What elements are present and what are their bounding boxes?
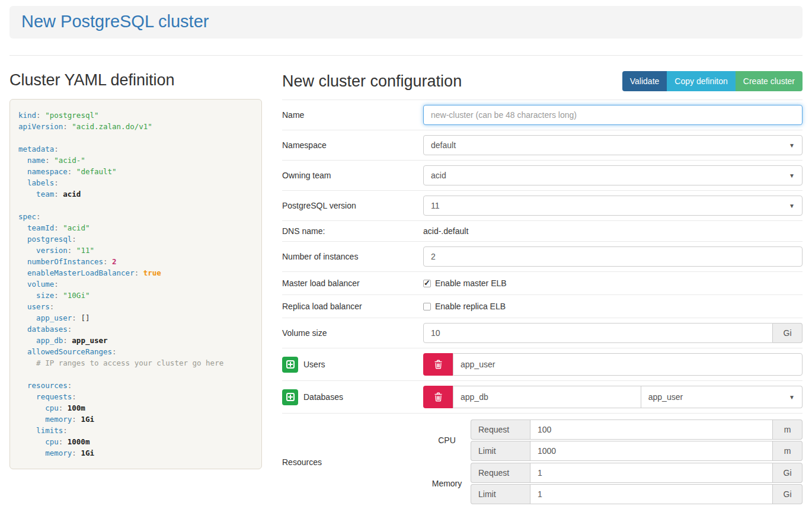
- master-elb-checkbox[interactable]: [423, 280, 431, 287]
- database-name-input[interactable]: [453, 386, 641, 408]
- master-elb-checkbox-label: Enable master ELB: [435, 278, 507, 288]
- instances-label: Number of instances: [282, 252, 423, 261]
- memory-limit-unit: Gi: [773, 484, 803, 504]
- chevron-down-icon: ▼: [789, 142, 795, 149]
- yaml-heading: Cluster YAML definition: [9, 71, 262, 89]
- copy-definition-button[interactable]: Copy definiton: [667, 71, 736, 91]
- replica-elb-checkbox-label: Enable replica ELB: [435, 302, 506, 311]
- name-input[interactable]: [423, 105, 803, 125]
- page: New PostgreSQL cluster Cluster YAML defi…: [0, 6, 812, 510]
- cpu-limit-unit: m: [773, 441, 803, 461]
- yaml-column: Cluster YAML definition kind: "postgresq…: [9, 63, 262, 469]
- chevron-down-icon: ▼: [789, 172, 795, 179]
- row-master-lb: Master load balancer Enable master ELB: [282, 271, 803, 294]
- memory-group-label: Memory: [423, 479, 471, 488]
- add-database-button[interactable]: [282, 389, 298, 405]
- database-owner-select[interactable]: app_user ▼: [641, 386, 803, 408]
- delete-user-button[interactable]: [423, 353, 453, 376]
- namespace-select[interactable]: default ▼: [423, 135, 803, 155]
- cpu-request-input[interactable]: [530, 419, 773, 440]
- databases-label: Databases: [303, 392, 343, 402]
- validate-button[interactable]: Validate: [622, 71, 667, 91]
- memory-limit-row: Limit Gi: [471, 484, 803, 504]
- chevron-down-icon: ▼: [789, 203, 795, 209]
- row-namespace: Namespace default ▼: [282, 130, 803, 160]
- memory-limit-input[interactable]: [530, 484, 773, 504]
- replica-lb-label: Replica load balancer: [282, 302, 423, 311]
- cpu-request-label: Request: [471, 419, 530, 440]
- memory-resource-group: Memory Request Gi Limit: [423, 463, 803, 504]
- database-owner-selected-value: app_user: [648, 392, 683, 402]
- row-dns-name: DNS name: acid-.default: [282, 220, 803, 241]
- row-instances: Number of instances: [282, 241, 803, 271]
- add-user-button[interactable]: [282, 357, 298, 373]
- plus-icon: [286, 360, 295, 369]
- cluster-form: Name Namespace default ▼: [282, 100, 803, 510]
- dns-name-label: DNS name:: [282, 226, 423, 236]
- users-label: Users: [303, 360, 325, 369]
- create-cluster-button[interactable]: Create cluster: [736, 71, 803, 91]
- replica-elb-checkbox[interactable]: [423, 303, 431, 310]
- pg-version-label: PostgreSQL version: [282, 201, 423, 210]
- instances-input[interactable]: [423, 246, 803, 267]
- header-divider: [9, 55, 803, 56]
- page-header: New PostgreSQL cluster: [9, 6, 803, 39]
- row-volume-size: Volume size Gi: [282, 318, 803, 348]
- resources-label: Resources: [282, 457, 423, 467]
- namespace-selected-value: default: [431, 140, 456, 150]
- chevron-down-icon: ▼: [789, 394, 795, 401]
- volume-size-input[interactable]: [423, 323, 773, 343]
- namespace-label: Namespace: [282, 140, 423, 150]
- owning-team-select[interactable]: acid ▼: [423, 165, 803, 185]
- trash-icon: [434, 392, 443, 402]
- cpu-limit-row: Limit m: [471, 441, 803, 461]
- cpu-limit-input[interactable]: [530, 441, 773, 461]
- memory-request-label: Request: [471, 463, 530, 483]
- row-resources: Resources CPU Request m: [282, 413, 803, 510]
- owning-team-selected-value: acid: [431, 171, 446, 180]
- cpu-request-unit: m: [773, 419, 803, 440]
- volume-unit-addon: Gi: [773, 323, 803, 343]
- plus-icon: [286, 393, 295, 401]
- trash-icon: [434, 360, 443, 369]
- action-button-group: Validate Copy definiton Create cluster: [622, 71, 803, 91]
- pg-version-selected-value: 11: [431, 201, 440, 210]
- cpu-request-row: Request m: [471, 419, 803, 440]
- row-name: Name: [282, 100, 803, 130]
- cpu-group-label: CPU: [423, 435, 471, 445]
- row-owning-team: Owning team acid ▼: [282, 160, 803, 190]
- row-databases: Databases: [282, 380, 803, 413]
- owning-team-label: Owning team: [282, 171, 423, 180]
- config-heading: New cluster configuration: [282, 72, 462, 91]
- row-users: Users: [282, 348, 803, 380]
- delete-database-button[interactable]: [423, 386, 453, 408]
- user-name-input[interactable]: [453, 353, 803, 376]
- cpu-resource-group: CPU Request m Limit m: [423, 419, 803, 461]
- volume-size-label: Volume size: [282, 328, 423, 338]
- memory-request-input[interactable]: [530, 463, 773, 483]
- name-label: Name: [282, 110, 423, 120]
- dns-name-value: acid-.default: [423, 226, 468, 236]
- database-item-row: app_user ▼: [423, 386, 803, 408]
- yaml-definition-panel: kind: "postgresql"apiVersion: "acid.zala…: [9, 99, 262, 469]
- user-item-row: [423, 353, 803, 376]
- page-title: New PostgreSQL cluster: [21, 12, 791, 31]
- row-replica-lb: Replica load balancer Enable replica ELB: [282, 294, 803, 318]
- master-lb-label: Master load balancer: [282, 278, 423, 288]
- memory-request-row: Request Gi: [471, 463, 803, 483]
- row-pg-version: PostgreSQL version 11 ▼: [282, 190, 803, 220]
- pg-version-select[interactable]: 11 ▼: [423, 196, 803, 216]
- config-column: New cluster configuration Validate Copy …: [282, 63, 803, 510]
- cpu-limit-label: Limit: [471, 441, 530, 461]
- memory-limit-label: Limit: [471, 484, 530, 504]
- memory-request-unit: Gi: [773, 463, 803, 483]
